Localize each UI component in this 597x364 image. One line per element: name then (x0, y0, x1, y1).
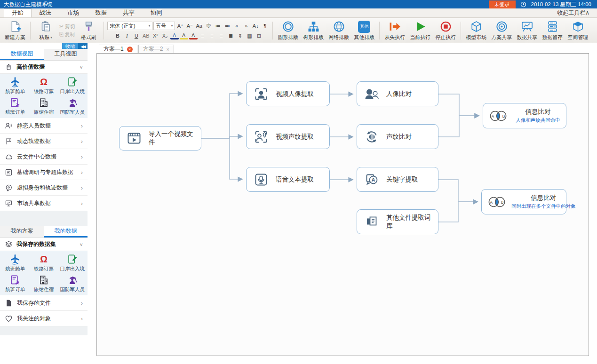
paste-button[interactable]: 粘贴▾ (34, 20, 57, 41)
paragraph-mark-button[interactable]: ¶ (261, 22, 269, 30)
cut-button[interactable]: ✂ 剪切 (59, 24, 75, 30)
ribbon-tab-market[interactable]: 市场 (59, 8, 87, 17)
sidebar-item-research-library-data[interactable]: 基础调研与专题库数据 › (0, 165, 88, 180)
sidebar-item-static-person-data[interactable]: 静态人员数据 › (0, 118, 88, 134)
shading-button[interactable]: ▦ (246, 32, 254, 40)
run-current-button[interactable]: 当前执行 (408, 20, 432, 41)
shrink-font-button[interactable]: A⁻ (185, 22, 194, 30)
phonetic-button[interactable]: 变 (204, 22, 213, 30)
align-left-button[interactable]: ≡ (199, 32, 207, 40)
close-tab-icon[interactable]: × (166, 47, 169, 52)
dataset-military-personnel[interactable]: 国防军人员 (58, 96, 87, 117)
model-market-button[interactable]: 模型市场 (464, 20, 488, 41)
flow-node-speech-to-text[interactable]: 语音文本提取 (246, 167, 330, 192)
stop-execution-button[interactable]: 停止执行 (434, 20, 457, 41)
flow-node-voiceprint-compare[interactable]: 声纹比对 (357, 124, 438, 149)
high-value-data-icon (5, 63, 13, 71)
flow-node-import-video[interactable]: 导入一个视频文件 (119, 126, 201, 150)
sidebar-item-dynamic-trajectory-data[interactable]: 动态轨迹数据 › (0, 134, 88, 149)
canvas-tab-plan-1[interactable]: 方案—1 ✕ (99, 45, 137, 53)
flow-node-video-face-extract[interactable]: 视频人像提取 (246, 81, 330, 106)
my-dataset-railway-tickets[interactable]: 铁路订票 (30, 253, 58, 273)
ribbon-tab-tactics[interactable]: 战法 (32, 8, 59, 17)
collapse-toolbar-button[interactable]: 收起工具栏∧ (557, 8, 597, 17)
sidebar-item-cloud-file-data[interactable]: 云文件中心数据 › (0, 149, 88, 165)
ribbon-tab-data[interactable]: 数据 (87, 8, 115, 17)
dataset-railway-tickets[interactable]: 铁路订票 (30, 75, 58, 96)
chevron-right-icon: › (81, 184, 83, 191)
network-layout-button[interactable]: 网络排版 (327, 20, 350, 41)
other-layout-button[interactable]: 其他 其他排版 (352, 20, 376, 41)
ribbon-tab-collab[interactable]: 协同 (143, 8, 170, 17)
decrease-indent-button[interactable]: « (232, 22, 241, 30)
data-retention-button[interactable]: 数据留存 (541, 20, 564, 41)
my-dataset-border-entry-exit[interactable]: 口岸出入境 (58, 253, 87, 273)
my-dataset-hotel-stays[interactable]: 旅馆住宿 (30, 273, 58, 294)
change-case-button[interactable]: Aa (195, 22, 203, 30)
my-dataset-flight-manifest[interactable]: 航班舱单 (1, 253, 30, 273)
sidebar-item-market-shared-data[interactable]: 市场共享数据 › (0, 196, 88, 211)
copy-button[interactable]: ⎘ 复制 (59, 32, 75, 38)
data-share-button[interactable]: 数据共享 (515, 20, 539, 41)
run-from-start-button[interactable]: 从头执行 (383, 20, 406, 41)
align-right-button[interactable]: ≡ (217, 32, 226, 40)
login-status-badge[interactable]: 未登录 (489, 0, 516, 8)
format-painter-button[interactable]: 格式刷 (77, 20, 100, 41)
strikethrough-button[interactable]: AB (142, 32, 151, 40)
dataset-flight-orders[interactable]: 航班订单 (1, 96, 30, 117)
flow-node-face-compare[interactable]: 人像比对 (357, 81, 438, 106)
dataset-hotel-stays[interactable]: 旅馆住宿 (30, 96, 58, 117)
ribbon-tab-start[interactable]: 开始 (4, 8, 32, 17)
tab-tool-view[interactable]: 工具视图 (44, 49, 88, 60)
increase-indent-button[interactable]: » (242, 22, 250, 30)
my-dataset-flight-orders[interactable]: 航班订单 (1, 273, 30, 294)
space-management-button[interactable]: 空间管理 (566, 20, 589, 41)
superscript-button[interactable]: X² (151, 32, 160, 40)
underline-button[interactable]: U (132, 32, 141, 40)
sort-button[interactable]: A↓ (251, 22, 260, 30)
ribbon-tab-share[interactable]: 共享 (115, 8, 143, 17)
run-from-start-icon (389, 20, 401, 33)
flow-node-video-voiceprint-extract[interactable]: 视频声纹提取 (246, 124, 330, 149)
borders-button[interactable]: ⊞ (255, 32, 263, 40)
flow-node-info-compare-bottom[interactable]: A B 信息比对 同时出现在多个文件中的对象 (481, 189, 566, 214)
new-plan-button[interactable]: 新建方案 (3, 20, 27, 41)
line-spacing-button[interactable]: ⇕ (236, 32, 245, 40)
flow-canvas[interactable]: 导入一个视频文件 视频人像提取 视频声纹提取 语音文本提取 人像比对 声纹比对 … (96, 53, 589, 356)
numbering-button[interactable]: ≕ (223, 22, 231, 30)
flow-node-info-compare-top[interactable]: A B 信息比对 人像和声纹共同命中 (483, 103, 566, 128)
font-family-select[interactable]: 宋体 (正文) ▾ (107, 22, 152, 30)
other-layout-icon: 其他 (358, 21, 370, 33)
dataset-flight-manifest[interactable]: 航班舱单 (1, 75, 30, 96)
bullets-button[interactable]: ≔ (214, 22, 222, 30)
canvas-tab-plan-2[interactable]: 方案—2 × (138, 45, 174, 53)
justify-button[interactable]: ≣ (227, 32, 235, 40)
tab-data-view[interactable]: 数据视图 (0, 49, 44, 60)
tab-my-data[interactable]: 我的数据 (44, 226, 88, 237)
dataset-border-entry-exit[interactable]: 口岸出入境 (58, 75, 87, 96)
section-my-saved-datasets[interactable]: 我保存的数据集 ˅ (0, 238, 88, 251)
font-size-select[interactable]: 五号 ▾ (153, 22, 175, 30)
highlight-button[interactable]: A (180, 32, 188, 40)
flow-node-keyword-extract[interactable]: 关键字提取 (357, 167, 438, 192)
sidebar-item-my-saved-files[interactable]: 我保存的文件 › (0, 295, 88, 311)
sidebar-item-virtual-identity-data[interactable]: 虚拟身份和轨迹数据 › (0, 180, 88, 196)
document-pen-icon (5, 168, 13, 176)
close-tab-icon[interactable]: ✕ (127, 47, 133, 52)
text-effects-button[interactable]: A (170, 32, 179, 40)
bold-button[interactable]: B (113, 32, 122, 40)
align-center-button[interactable]: ≡ (208, 32, 216, 40)
plan-share-button[interactable]: 方案共享 (490, 20, 513, 41)
section-high-value-data[interactable]: 高价值数据 ˅ (0, 61, 88, 74)
sidebar-item-my-followed-objects[interactable]: 我关注的对象 › (0, 311, 88, 326)
tab-my-plans[interactable]: 我的方案 (0, 226, 44, 237)
font-color-button[interactable]: A (189, 32, 198, 40)
italic-button[interactable]: I (123, 32, 131, 40)
tree-layout-button[interactable]: 树形排版 (302, 20, 325, 41)
format-painter-icon (82, 20, 95, 33)
subscript-button[interactable]: X₂ (161, 32, 169, 40)
circular-layout-button[interactable]: 圆形排版 (276, 20, 300, 41)
my-dataset-military-personnel[interactable]: 国防军人员 (58, 273, 87, 294)
grow-font-button[interactable]: A⁺ (176, 22, 184, 30)
flow-node-other-file-lexicon[interactable]: 其他文件提取词库 (357, 209, 438, 234)
